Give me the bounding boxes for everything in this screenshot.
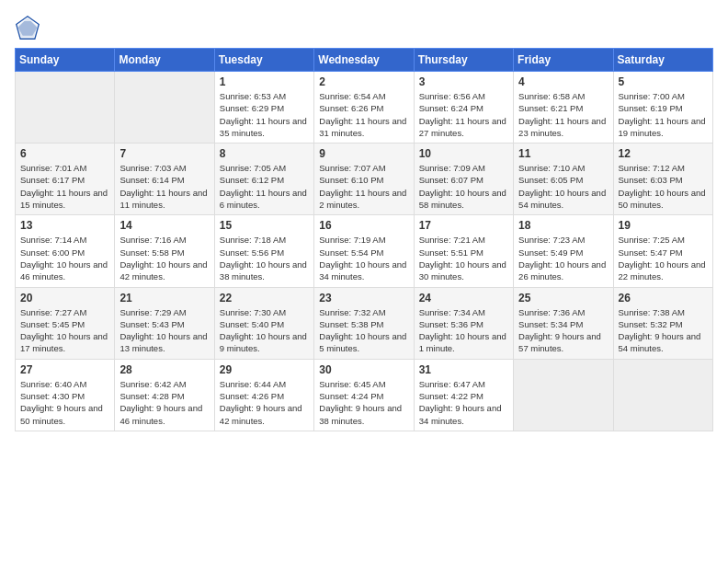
calendar-cell: 29Sunrise: 6:44 AM Sunset: 4:26 PM Dayli… [214, 359, 313, 431]
day-info: Sunrise: 7:01 AM Sunset: 6:17 PM Dayligh… [20, 162, 109, 211]
calendar-cell: 13Sunrise: 7:14 AM Sunset: 6:00 PM Dayli… [16, 215, 115, 287]
day-number: 7 [119, 147, 209, 160]
calendar-cell: 26Sunrise: 7:38 AM Sunset: 5:32 PM Dayli… [613, 287, 712, 359]
day-info: Sunrise: 7:00 AM Sunset: 6:19 PM Dayligh… [619, 90, 708, 139]
day-number: 20 [20, 292, 109, 304]
calendar-cell: 7Sunrise: 7:03 AM Sunset: 6:14 PM Daylig… [115, 144, 214, 215]
calendar-cell: 23Sunrise: 7:32 AM Sunset: 5:38 PM Dayli… [314, 287, 414, 359]
day-number: 19 [619, 219, 708, 232]
day-number: 30 [319, 363, 408, 376]
calendar-cell: 25Sunrise: 7:36 AM Sunset: 5:34 PM Dayli… [514, 287, 613, 359]
day-number: 16 [319, 219, 408, 232]
calendar-cell: 31Sunrise: 6:47 AM Sunset: 4:22 PM Dayli… [414, 359, 513, 431]
calendar-cell: 18Sunrise: 7:23 AM Sunset: 5:49 PM Dayli… [514, 215, 613, 287]
day-number: 3 [419, 75, 508, 88]
day-number: 1 [220, 75, 309, 88]
day-info: Sunrise: 7:07 AM Sunset: 6:10 PM Dayligh… [319, 162, 408, 211]
day-number: 18 [518, 219, 608, 232]
calendar-cell: 4Sunrise: 6:58 AM Sunset: 6:21 PM Daylig… [514, 72, 613, 144]
day-number: 9 [319, 147, 408, 160]
calendar-cell: 11Sunrise: 7:10 AM Sunset: 6:05 PM Dayli… [514, 144, 613, 215]
calendar-cell: 21Sunrise: 7:29 AM Sunset: 5:43 PM Dayli… [115, 287, 214, 359]
day-info: Sunrise: 7:03 AM Sunset: 6:14 PM Dayligh… [119, 162, 209, 211]
day-number: 10 [419, 147, 508, 160]
logo [15, 15, 44, 40]
calendar-header-row: SundayMondayTuesdayWednesdayThursdayFrid… [16, 49, 713, 72]
calendar-cell: 5Sunrise: 7:00 AM Sunset: 6:19 PM Daylig… [613, 72, 712, 144]
day-info: Sunrise: 7:16 AM Sunset: 5:58 PM Dayligh… [119, 234, 209, 282]
calendar-cell: 20Sunrise: 7:27 AM Sunset: 5:45 PM Dayli… [16, 287, 115, 359]
day-number: 12 [619, 147, 708, 160]
day-number: 21 [119, 292, 209, 304]
day-info: Sunrise: 7:09 AM Sunset: 6:07 PM Dayligh… [419, 162, 508, 211]
calendar-cell: 16Sunrise: 7:19 AM Sunset: 5:54 PM Dayli… [314, 215, 414, 287]
day-info: Sunrise: 7:32 AM Sunset: 5:38 PM Dayligh… [319, 306, 408, 355]
day-info: Sunrise: 6:54 AM Sunset: 6:26 PM Dayligh… [319, 90, 408, 139]
day-info: Sunrise: 7:38 AM Sunset: 5:32 PM Dayligh… [619, 306, 708, 355]
day-number: 28 [119, 363, 209, 376]
day-number: 26 [619, 292, 708, 304]
day-info: Sunrise: 6:40 AM Sunset: 4:30 PM Dayligh… [20, 378, 109, 427]
calendar-cell: 27Sunrise: 6:40 AM Sunset: 4:30 PM Dayli… [16, 359, 115, 431]
calendar-cell: 30Sunrise: 6:45 AM Sunset: 4:24 PM Dayli… [314, 359, 414, 431]
day-number: 11 [518, 147, 608, 160]
day-number: 5 [619, 75, 708, 88]
calendar-cell: 3Sunrise: 6:56 AM Sunset: 6:24 PM Daylig… [414, 72, 513, 144]
day-number: 25 [518, 292, 608, 304]
day-info: Sunrise: 7:27 AM Sunset: 5:45 PM Dayligh… [20, 306, 109, 355]
weekday-header: Sunday [16, 49, 115, 72]
day-info: Sunrise: 6:47 AM Sunset: 4:22 PM Dayligh… [419, 378, 508, 427]
calendar-cell: 28Sunrise: 6:42 AM Sunset: 4:28 PM Dayli… [115, 359, 214, 431]
weekday-header: Thursday [414, 49, 513, 72]
page-header [15, 15, 713, 40]
day-number: 23 [319, 292, 408, 304]
day-info: Sunrise: 6:53 AM Sunset: 6:29 PM Dayligh… [220, 90, 309, 139]
day-info: Sunrise: 7:34 AM Sunset: 5:36 PM Dayligh… [419, 306, 508, 355]
calendar-cell: 17Sunrise: 7:21 AM Sunset: 5:51 PM Dayli… [414, 215, 513, 287]
calendar-cell [613, 359, 712, 431]
weekday-header: Wednesday [314, 49, 414, 72]
day-info: Sunrise: 7:23 AM Sunset: 5:49 PM Dayligh… [518, 234, 608, 282]
day-number: 14 [119, 219, 209, 232]
day-info: Sunrise: 7:36 AM Sunset: 5:34 PM Dayligh… [518, 306, 608, 355]
day-number: 27 [20, 363, 109, 376]
day-number: 17 [419, 219, 508, 232]
calendar-cell: 12Sunrise: 7:12 AM Sunset: 6:03 PM Dayli… [613, 144, 712, 215]
day-info: Sunrise: 6:58 AM Sunset: 6:21 PM Dayligh… [518, 90, 608, 139]
weekday-header: Tuesday [214, 49, 313, 72]
calendar-cell: 14Sunrise: 7:16 AM Sunset: 5:58 PM Dayli… [115, 215, 214, 287]
day-info: Sunrise: 6:45 AM Sunset: 4:24 PM Dayligh… [319, 378, 408, 427]
day-number: 22 [220, 292, 309, 304]
calendar-cell: 19Sunrise: 7:25 AM Sunset: 5:47 PM Dayli… [613, 215, 712, 287]
day-number: 24 [419, 292, 508, 304]
calendar-cell: 10Sunrise: 7:09 AM Sunset: 6:07 PM Dayli… [414, 144, 513, 215]
calendar-cell: 6Sunrise: 7:01 AM Sunset: 6:17 PM Daylig… [16, 144, 115, 215]
calendar-cell [115, 72, 214, 144]
day-number: 2 [319, 75, 408, 88]
day-info: Sunrise: 7:18 AM Sunset: 5:56 PM Dayligh… [220, 234, 309, 282]
day-number: 15 [220, 219, 309, 232]
day-info: Sunrise: 7:21 AM Sunset: 5:51 PM Dayligh… [419, 234, 508, 282]
day-number: 31 [419, 363, 508, 376]
calendar-week-row: 13Sunrise: 7:14 AM Sunset: 6:00 PM Dayli… [16, 215, 713, 287]
calendar-cell [16, 72, 115, 144]
day-info: Sunrise: 7:30 AM Sunset: 5:40 PM Dayligh… [220, 306, 309, 355]
calendar-cell: 2Sunrise: 6:54 AM Sunset: 6:26 PM Daylig… [314, 72, 414, 144]
calendar-cell [514, 359, 613, 431]
calendar-table: SundayMondayTuesdayWednesdayThursdayFrid… [15, 48, 713, 431]
calendar-cell: 24Sunrise: 7:34 AM Sunset: 5:36 PM Dayli… [414, 287, 513, 359]
day-info: Sunrise: 7:29 AM Sunset: 5:43 PM Dayligh… [119, 306, 209, 355]
day-number: 8 [220, 147, 309, 160]
day-info: Sunrise: 7:10 AM Sunset: 6:05 PM Dayligh… [518, 162, 608, 211]
day-info: Sunrise: 7:05 AM Sunset: 6:12 PM Dayligh… [220, 162, 309, 211]
calendar-cell: 8Sunrise: 7:05 AM Sunset: 6:12 PM Daylig… [214, 144, 313, 215]
day-info: Sunrise: 7:19 AM Sunset: 5:54 PM Dayligh… [319, 234, 408, 282]
calendar-week-row: 6Sunrise: 7:01 AM Sunset: 6:17 PM Daylig… [16, 144, 713, 215]
day-info: Sunrise: 6:56 AM Sunset: 6:24 PM Dayligh… [419, 90, 508, 139]
calendar-cell: 15Sunrise: 7:18 AM Sunset: 5:56 PM Dayli… [214, 215, 313, 287]
day-number: 6 [20, 147, 109, 160]
calendar-cell: 9Sunrise: 7:07 AM Sunset: 6:10 PM Daylig… [314, 144, 414, 215]
calendar-week-row: 20Sunrise: 7:27 AM Sunset: 5:45 PM Dayli… [16, 287, 713, 359]
weekday-header: Monday [115, 49, 214, 72]
day-info: Sunrise: 7:14 AM Sunset: 6:00 PM Dayligh… [20, 234, 109, 282]
